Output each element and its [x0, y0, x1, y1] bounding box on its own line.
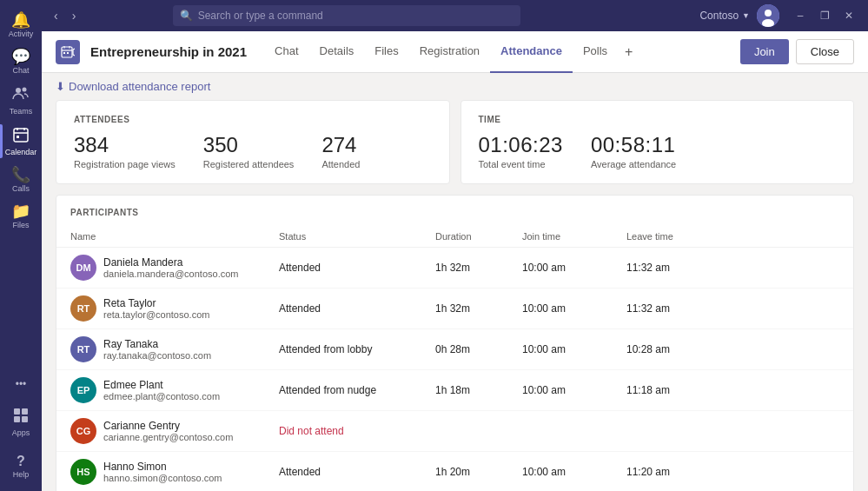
sidebar-item-calendar[interactable]: Calendar: [0, 121, 42, 162]
stat-registered: 350 Registered attendees: [203, 135, 295, 169]
sidebar-label-activity: Activity: [9, 30, 34, 38]
sidebar-item-help[interactable]: ? Help: [0, 449, 42, 484]
sidebar-item-calls[interactable]: 📞 Calls: [0, 162, 42, 198]
time-card: TIME 01:06:23 Total event time 00:58:11 …: [461, 100, 855, 184]
participant-status-3: Attended from nudge: [279, 384, 435, 396]
tab-add-button[interactable]: +: [618, 31, 639, 73]
participant-join-2: 10:00 am: [522, 343, 626, 355]
activity-icon: 🔔: [11, 12, 30, 28]
col-header-status: Status: [279, 231, 435, 242]
participant-info-0: DM Daniela Mandera daniela.mandera@conto…: [70, 255, 279, 281]
stats-row: ATTENDEES 384 Registration page views 35…: [42, 100, 868, 195]
download-bar: ⬇ Download attendance report: [42, 73, 868, 100]
participant-email-5: hanno.simon@contoso.com: [103, 473, 222, 483]
participant-duration-5: 1h 20m: [435, 466, 522, 478]
time-title: TIME: [479, 115, 837, 124]
help-icon: ?: [17, 455, 25, 468]
stat-label-registrations: Registration page views: [74, 159, 176, 169]
attendees-card: ATTENDEES 384 Registration page views 35…: [56, 100, 450, 184]
table-row: RT Ray Tanaka ray.tanaka@contoso.com Att…: [56, 329, 853, 370]
svg-rect-8: [22, 408, 28, 415]
participant-avatar-1: RT: [70, 295, 96, 322]
meeting-header: Entrepreneurship in 2021 Chat Details Fi…: [42, 31, 868, 73]
col-header-leave: Leave time: [626, 231, 731, 242]
tab-attendance[interactable]: Attendance: [490, 31, 573, 73]
participant-duration-3: 1h 18m: [435, 384, 522, 396]
svg-rect-19: [67, 52, 69, 54]
tab-details[interactable]: Details: [309, 31, 365, 73]
topbar: ‹ › 🔍 Contoso ▼ – ❐ ✕: [42, 0, 868, 31]
sidebar-item-apps[interactable]: Apps: [0, 401, 42, 442]
participant-email-2: ray.tanaka@contoso.com: [103, 350, 211, 361]
participant-duration-1: 1h 32m: [435, 302, 522, 315]
close-meeting-button[interactable]: Close: [796, 39, 854, 64]
participant-info-5: HS Hanno Simon hanno.simon@contoso.com: [70, 459, 279, 485]
download-icon: ⬇: [56, 80, 65, 93]
participant-name-1: Reta Taylor: [103, 297, 209, 309]
forward-button[interactable]: ›: [69, 7, 80, 24]
participant-join-3: 10:00 am: [522, 384, 626, 396]
sidebar-item-files[interactable]: 📁 Files: [0, 198, 42, 235]
meeting-tabs: Chat Details Files Registration Attendan…: [264, 31, 639, 73]
tab-polls[interactable]: Polls: [573, 31, 618, 73]
participant-leave-5: 11:20 am: [626, 466, 731, 478]
col-header-duration: Duration: [435, 231, 522, 242]
tab-files[interactable]: Files: [364, 31, 408, 73]
sidebar-item-chat[interactable]: 💬 Chat: [0, 43, 42, 80]
participant-avatar-0: DM: [70, 255, 96, 281]
join-button[interactable]: Join: [740, 39, 789, 64]
table-row: EP Edmee Plant edmee.plant@contoso.com A…: [56, 370, 853, 411]
user-menu[interactable]: Contoso ▼: [699, 10, 750, 22]
svg-rect-2: [14, 129, 28, 142]
participant-name-2: Ray Tanaka: [103, 338, 211, 350]
sidebar-item-activity[interactable]: 🔔 Activity: [0, 7, 42, 43]
sidebar-item-teams[interactable]: Teams: [0, 80, 42, 121]
participant-status-2: Attended from lobby: [279, 343, 435, 355]
stat-number-attended: 274: [321, 135, 360, 156]
content-area: ⬇ Download attendance report ATTENDEES 3…: [42, 73, 868, 491]
participant-name-3: Edmee Plant: [103, 379, 220, 391]
participant-leave-0: 11:32 am: [626, 262, 731, 274]
window-controls: – ❐ ✕: [790, 5, 859, 26]
search-input[interactable]: [198, 10, 514, 22]
back-button[interactable]: ‹: [50, 7, 62, 24]
participant-duration-0: 1h 32m: [435, 262, 522, 274]
participant-status-4: Did not attend: [279, 425, 435, 437]
attendees-values: 384 Registration page views 350 Register…: [74, 135, 432, 169]
participant-avatar-3: EP: [70, 377, 96, 403]
search-bar: 🔍: [173, 5, 520, 26]
participant-leave-1: 11:32 am: [626, 302, 731, 315]
svg-rect-7: [14, 408, 20, 415]
participant-leave-2: 10:28 am: [626, 343, 731, 355]
svg-point-12: [765, 10, 772, 17]
sidebar-item-more[interactable]: •••: [0, 374, 42, 395]
participants-title: PARTICIPANTS: [56, 196, 853, 226]
meeting-title: Entrepreneurship in 2021: [90, 44, 247, 59]
more-icon: •••: [16, 379, 27, 389]
participant-info-1: RT Reta Taylor reta.taylor@contoso.com: [70, 295, 279, 322]
stat-attended: 274 Attended: [321, 135, 360, 169]
table-row: RT Reta Taylor reta.taylor@contoso.com A…: [56, 289, 853, 329]
participant-info-3: EP Edmee Plant edmee.plant@contoso.com: [70, 377, 279, 403]
restore-button[interactable]: ❐: [814, 5, 835, 26]
calendar-icon: [12, 126, 30, 146]
participant-info-2: RT Ray Tanaka ray.tanaka@contoso.com: [70, 336, 279, 362]
avatar[interactable]: [757, 4, 779, 27]
sidebar-label-help: Help: [13, 470, 30, 479]
tab-chat[interactable]: Chat: [264, 31, 308, 73]
stat-label-attended: Attended: [321, 159, 360, 169]
apps-icon: [12, 407, 30, 427]
participant-email-0: daniela.mandera@contoso.com: [103, 269, 238, 279]
download-report-link[interactable]: ⬇ Download attendance report: [56, 80, 210, 93]
tab-registration[interactable]: Registration: [409, 31, 490, 73]
svg-rect-14: [62, 47, 72, 57]
close-button[interactable]: ✕: [838, 5, 859, 26]
attendees-title: ATTENDEES: [74, 115, 432, 124]
stat-label-registered: Registered attendees: [203, 159, 295, 169]
minimize-button[interactable]: –: [790, 5, 811, 26]
topbar-right: Contoso ▼ – ❐ ✕: [699, 4, 859, 27]
participant-status-5: Attended: [279, 466, 435, 478]
table-row: DM Daniela Mandera daniela.mandera@conto…: [56, 248, 853, 289]
stat-registrations: 384 Registration page views: [74, 135, 176, 169]
participant-join-0: 10:00 am: [522, 262, 626, 274]
